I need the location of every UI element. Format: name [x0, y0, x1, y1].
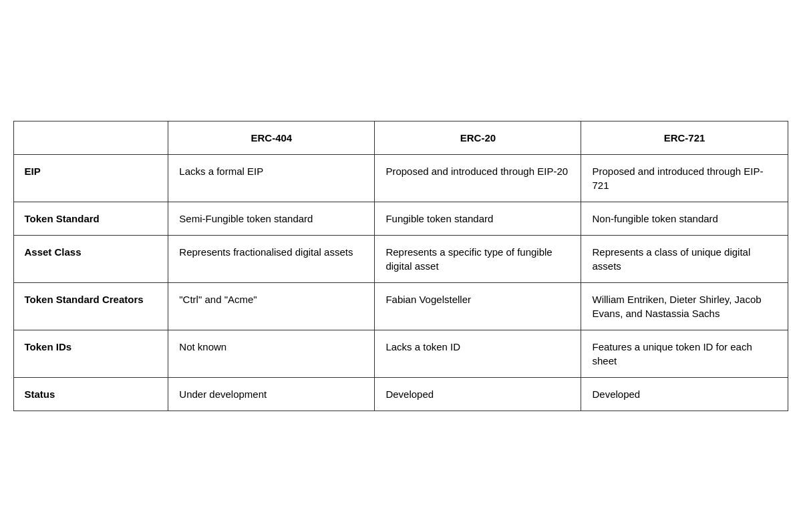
row-erc404-status: Under development	[168, 378, 375, 411]
header-erc404: ERC-404	[168, 121, 375, 155]
row-erc20-token-standard: Fungible token standard	[375, 202, 581, 236]
row-label-status: Status	[13, 378, 168, 411]
row-erc404-creators: "Ctrl" and "Acme"	[168, 283, 375, 330]
header-empty	[13, 121, 168, 155]
row-erc20-status: Developed	[375, 378, 581, 411]
row-erc721-token-standard: Non-fungible token standard	[581, 202, 788, 236]
row-erc404-token-ids: Not known	[168, 330, 375, 378]
table-row: Token IDs Not known Lacks a token ID Fea…	[13, 330, 788, 378]
row-label-token-standard: Token Standard	[13, 202, 168, 236]
row-label-token-ids: Token IDs	[13, 330, 168, 378]
header-erc20: ERC-20	[375, 121, 581, 155]
table-row: Asset Class Represents fractionalised di…	[13, 236, 788, 283]
table-row: Token Standard Semi-Fungible token stand…	[13, 202, 788, 236]
header-erc721: ERC-721	[581, 121, 788, 155]
row-erc721-status: Developed	[581, 378, 788, 411]
comparison-table: ERC-404 ERC-20 ERC-721 EIP Lacks a forma…	[13, 121, 788, 411]
table-header-row: ERC-404 ERC-20 ERC-721	[13, 121, 788, 155]
row-erc721-creators: William Entriken, Dieter Shirley, Jacob …	[581, 283, 788, 330]
row-erc404-eip: Lacks a formal EIP	[168, 155, 375, 202]
row-erc20-token-ids: Lacks a token ID	[375, 330, 581, 378]
row-label-creators: Token Standard Creators	[13, 283, 168, 330]
comparison-table-container: ERC-404 ERC-20 ERC-721 EIP Lacks a forma…	[13, 121, 788, 411]
row-label-asset-class: Asset Class	[13, 236, 168, 283]
table-row: Token Standard Creators "Ctrl" and "Acme…	[13, 283, 788, 330]
row-erc404-token-standard: Semi-Fungible token standard	[168, 202, 375, 236]
row-erc20-eip: Proposed and introduced through EIP-20	[375, 155, 581, 202]
row-label-eip: EIP	[13, 155, 168, 202]
row-erc721-token-ids: Features a unique token ID for each shee…	[581, 330, 788, 378]
row-erc721-asset-class: Represents a class of unique digital ass…	[581, 236, 788, 283]
row-erc721-eip: Proposed and introduced through EIP-721	[581, 155, 788, 202]
table-row: Status Under development Developed Devel…	[13, 378, 788, 411]
row-erc20-asset-class: Represents a specific type of fungible d…	[375, 236, 581, 283]
row-erc404-asset-class: Represents fractionalised digital assets	[168, 236, 375, 283]
row-erc20-creators: Fabian Vogelsteller	[375, 283, 581, 330]
table-row: EIP Lacks a formal EIP Proposed and intr…	[13, 155, 788, 202]
